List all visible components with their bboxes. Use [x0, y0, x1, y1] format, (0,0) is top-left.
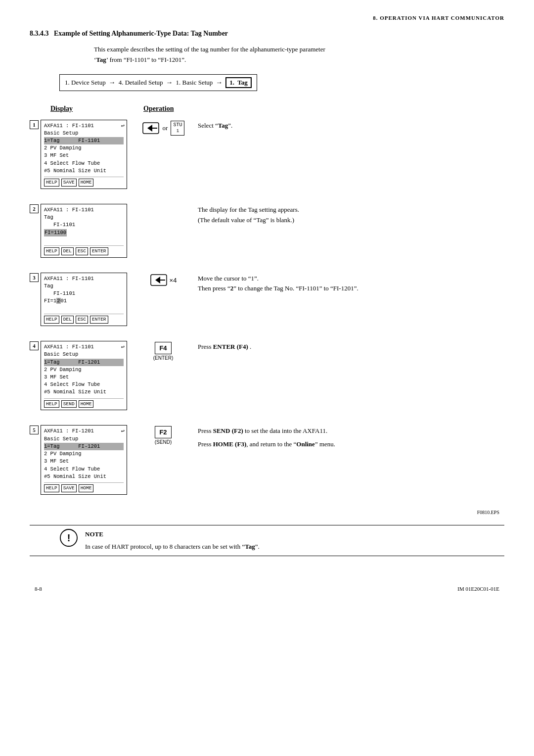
note-text: In case of HART protocol, up to 8 charac…	[85, 542, 260, 552]
send-sublabel: (SEND)	[155, 439, 172, 445]
nav-arrow-3: →	[216, 79, 222, 87]
header-text: 8. OPERATION VIA HART COMMUNICATOR	[373, 15, 504, 21]
note-icon: !	[59, 528, 78, 547]
step-1-num: 1	[30, 120, 39, 129]
intro-line2: ‘Tag’ from “FI-1101” to “FI-1201”.	[94, 55, 504, 65]
note-content: NOTE In case of HART protocol, up to 8 c…	[85, 529, 260, 552]
step-1-op: or STU1	[129, 120, 198, 136]
note-section: ! NOTE In case of HART protocol, up to 8…	[30, 525, 504, 557]
nav-item-1: 1. Device Setup	[65, 79, 106, 87]
step-1-desc: Select “Tag”.	[198, 120, 504, 131]
step-3-op: ×4	[129, 273, 198, 286]
nav-item-3: 1. Basic Setup	[176, 79, 213, 87]
step-2-display: AXFA11 : FI-1101 Tag FI-1101 FI=1100 HEL…	[41, 204, 127, 258]
step-4-row: 4 ↩ AXFA11 : FI-1101 Basic Setup 1=Tag F…	[30, 341, 504, 410]
page-header: 8. OPERATION VIA HART COMMUNICATOR	[30, 15, 504, 21]
note-title: NOTE	[85, 529, 260, 540]
or-label: or	[163, 124, 168, 132]
back-arrow-5-icon: ↩	[121, 427, 125, 436]
step-4-display: ↩ AXFA11 : FI-1101 Basic Setup 1=Tag FI-…	[41, 341, 127, 410]
intro-text: This example describes the setting of th…	[94, 45, 504, 65]
back-arrow-4-icon: ↩	[121, 343, 125, 352]
step-4-op: F4 (ENTER)	[129, 341, 198, 361]
step-5-num: 5	[30, 425, 39, 434]
step-3-num: 3	[30, 273, 39, 282]
col-header-display: Display	[50, 105, 138, 113]
nav-item-2: 4. Detailed Setup	[119, 79, 163, 87]
arrow-x4-icon	[150, 274, 168, 286]
nav-item-4: 1. Tag	[225, 77, 252, 88]
columns-header: Display Operation	[40, 105, 504, 120]
stu-key: STU1	[171, 121, 184, 136]
step-5-row: 5 ↩ AXFA11 : FI-1201 Basic Setup 1=Tag F…	[30, 425, 504, 494]
footer-doc: IM 01E20C01-01E	[457, 586, 499, 592]
step-1-row: 1 ↩ AXFA11 : FI-1101 Basic Setup 1=Tag F…	[30, 120, 504, 189]
arrow-right-icon	[142, 122, 160, 135]
nav-path: 1. Device Setup → 4. Detailed Setup → 1.…	[59, 74, 257, 91]
step-5-desc: Press SEND (F2) to set the data into the…	[198, 425, 504, 450]
section-name: Example of Setting Alphanumeric-Type Dat…	[54, 30, 228, 37]
step-4-num: 4	[30, 341, 39, 350]
step-2-row: 2 AXFA11 : FI-1101 Tag FI-1101 FI=1100 H…	[30, 204, 504, 258]
intro-line1: This example describes the setting of th…	[94, 45, 504, 55]
section-number: 8.3.4.3	[30, 30, 49, 37]
step-2-op	[129, 204, 198, 205]
step-5-display: ↩ AXFA11 : FI-1201 Basic Setup 1=Tag FI-…	[41, 425, 127, 494]
step-4-desc: Press ENTER (F4) .	[198, 341, 504, 352]
step-3-row: 3 AXFA11 : FI-1101 Tag FI-1101 FI=1201 H…	[30, 273, 504, 327]
step-5-op: F2 (SEND)	[129, 425, 198, 445]
step-3-desc: Move the cursor to “1”. Then press “2” t…	[198, 273, 504, 294]
f2-key: F2	[155, 426, 171, 438]
section-title: 8.3.4.3 Example of Setting Alphanumeric-…	[30, 30, 504, 38]
svg-text:!: !	[67, 532, 71, 543]
step-3-display: AXFA11 : FI-1101 Tag FI-1101 FI=1201 HEL…	[41, 273, 127, 327]
col-header-operation: Operation	[143, 105, 208, 113]
times-x4-label: ×4	[170, 277, 177, 284]
nav-arrow-2: →	[166, 79, 173, 87]
step-2-desc: The display for the Tag setting appears.…	[198, 204, 504, 226]
step-1-display: ↩ AXFA11 : FI-1101 Basic Setup 1=Tag FI-…	[41, 120, 127, 189]
f4-key: F4	[155, 342, 171, 354]
enter-sublabel: (ENTER)	[153, 355, 174, 361]
back-arrow-icon: ↩	[121, 122, 125, 131]
nav-arrow-1: →	[109, 79, 116, 87]
file-ref: F0810.EPS	[30, 510, 499, 515]
step-2-num: 2	[30, 204, 39, 213]
footer-page: 8-8	[35, 586, 42, 592]
